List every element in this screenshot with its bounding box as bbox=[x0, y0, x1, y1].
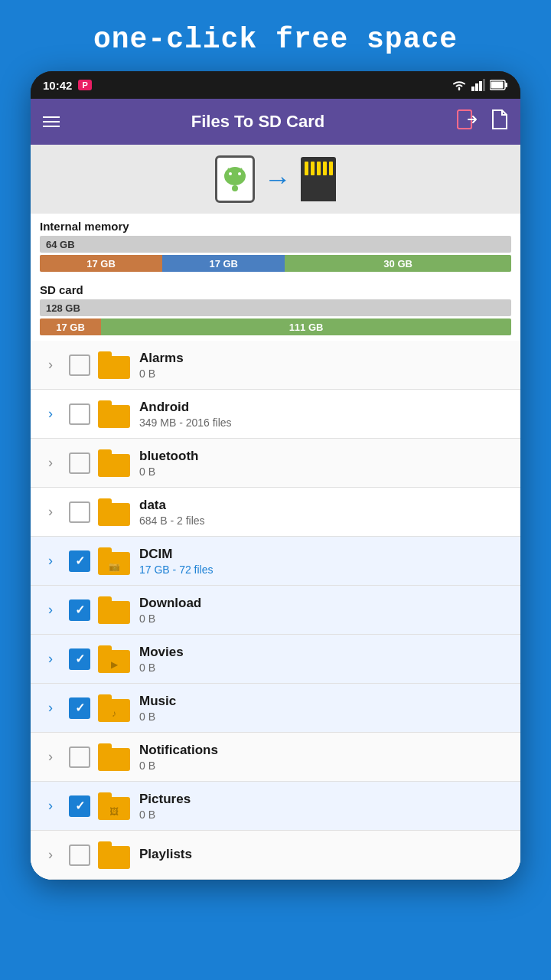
folder-icon bbox=[98, 596, 130, 624]
battery-icon bbox=[490, 80, 508, 90]
file-name: Alarms bbox=[139, 351, 511, 366]
chevron-icon[interactable]: › bbox=[40, 602, 61, 618]
file-name: Playlists bbox=[139, 847, 511, 862]
transfer-illustration: → bbox=[31, 145, 520, 214]
chevron-icon[interactable]: › bbox=[40, 553, 61, 569]
folder-icon: ▶ bbox=[98, 645, 130, 673]
file-name: bluetooth bbox=[139, 449, 511, 464]
list-item: › data 684 B - 2 files bbox=[31, 488, 520, 537]
file-size: 0 B bbox=[139, 662, 511, 674]
file-size: 0 B bbox=[139, 612, 511, 625]
list-item: › Download 0 B bbox=[31, 586, 520, 635]
internal-usage-bar: 17 GB 17 GB 30 GB bbox=[40, 255, 511, 272]
chevron-icon[interactable]: › bbox=[40, 749, 61, 765]
file-info: DCIM 17 GB - 72 files bbox=[139, 547, 511, 576]
svg-rect-3 bbox=[483, 79, 485, 91]
file-size: 0 B bbox=[139, 466, 511, 478]
main-content: → Internal memory 64 GB bbox=[31, 145, 520, 880]
folder-checkbox[interactable] bbox=[69, 599, 90, 621]
internal-total-text: 64 GB bbox=[46, 239, 75, 250]
chevron-icon[interactable]: › bbox=[40, 504, 61, 520]
file-info: Playlists bbox=[139, 847, 511, 864]
folder-icon: ♪ bbox=[98, 694, 130, 722]
file-info: bluetooth 0 B bbox=[139, 449, 511, 478]
folder-checkbox[interactable] bbox=[69, 403, 90, 425]
file-info: data 684 B - 2 files bbox=[139, 498, 511, 527]
file-size: 349 MB - 2016 files bbox=[139, 416, 511, 429]
top-banner: one-click free space bbox=[0, 0, 551, 71]
chevron-icon[interactable]: › bbox=[40, 651, 61, 667]
phone-mockup: 10:42 P bbox=[31, 71, 520, 880]
file-size: 17 GB - 72 files bbox=[139, 564, 511, 576]
file-info: Download 0 B bbox=[139, 596, 511, 625]
sdcard-used-orange: 17 GB bbox=[40, 318, 101, 335]
wifi-icon bbox=[452, 79, 467, 91]
app-bar-title: Files To SD Card bbox=[72, 112, 444, 132]
folder-icon bbox=[98, 449, 130, 477]
folder-checkbox[interactable] bbox=[69, 844, 90, 866]
chevron-icon[interactable]: › bbox=[40, 700, 61, 716]
internal-used-orange: 17 GB bbox=[40, 255, 162, 272]
file-size: 0 B bbox=[139, 808, 511, 821]
status-icons bbox=[452, 79, 508, 91]
svg-rect-1 bbox=[475, 83, 478, 91]
sd-card-icon bbox=[301, 157, 336, 201]
sdcard-total-bar: 128 GB bbox=[40, 299, 511, 316]
document-icon[interactable] bbox=[490, 109, 508, 135]
file-info: Music 0 B bbox=[139, 694, 511, 723]
status-time: 10:42 bbox=[43, 79, 72, 92]
internal-free: 30 GB bbox=[285, 255, 511, 272]
internal-memory-section: Internal memory 64 GB 17 GB 17 GB 30 GB bbox=[31, 214, 520, 277]
sdcard-total-text: 128 GB bbox=[46, 302, 80, 314]
list-item: › bluetooth 0 B bbox=[31, 439, 520, 488]
list-item: › Alarms 0 B bbox=[31, 341, 520, 390]
internal-memory-label: Internal memory bbox=[40, 220, 511, 233]
chevron-icon[interactable]: › bbox=[40, 847, 61, 863]
file-name: Download bbox=[139, 596, 511, 611]
signal-icon bbox=[471, 79, 485, 91]
status-bar: 10:42 P bbox=[31, 71, 520, 99]
list-item: › 📷 DCIM 17 GB - 72 files bbox=[31, 537, 520, 586]
svg-point-11 bbox=[238, 172, 241, 175]
chevron-icon[interactable]: › bbox=[40, 798, 61, 814]
file-info: Alarms 0 B bbox=[139, 351, 511, 380]
file-info: Android 349 MB - 2016 files bbox=[139, 400, 511, 429]
folder-icon bbox=[98, 498, 130, 526]
transfer-icon[interactable] bbox=[456, 109, 478, 135]
folder-checkbox[interactable] bbox=[69, 697, 90, 719]
folder-checkbox[interactable] bbox=[69, 501, 90, 523]
file-name: data bbox=[139, 498, 511, 513]
svg-rect-2 bbox=[479, 81, 482, 91]
file-list: › Alarms 0 B › Android 349 MB - 2016 fil… bbox=[31, 341, 520, 880]
list-item: › 🖼 Pictures 0 B bbox=[31, 782, 520, 831]
svg-point-9 bbox=[224, 167, 246, 185]
list-item: › Playlists bbox=[31, 831, 520, 880]
folder-checkbox[interactable] bbox=[69, 550, 90, 572]
folder-checkbox[interactable] bbox=[69, 746, 90, 768]
folder-icon: 📷 bbox=[98, 547, 130, 575]
folder-checkbox[interactable] bbox=[69, 648, 90, 670]
hamburger-menu[interactable] bbox=[43, 116, 60, 127]
folder-checkbox[interactable] bbox=[69, 452, 90, 474]
folder-checkbox[interactable] bbox=[69, 795, 90, 817]
list-item: › ♪ Music 0 B bbox=[31, 684, 520, 733]
folder-checkbox[interactable] bbox=[69, 354, 90, 376]
chevron-icon[interactable]: › bbox=[40, 406, 61, 422]
sdcard-label: SD card bbox=[40, 283, 511, 296]
svg-rect-5 bbox=[505, 83, 507, 87]
file-info: Movies 0 B bbox=[139, 645, 511, 674]
file-name: Android bbox=[139, 400, 511, 415]
internal-total-bar: 64 GB bbox=[40, 236, 511, 253]
folder-icon bbox=[98, 841, 130, 869]
file-info: Pictures 0 B bbox=[139, 792, 511, 821]
file-size: 684 B - 2 files bbox=[139, 514, 511, 527]
folder-icon bbox=[98, 351, 130, 379]
file-name: Movies bbox=[139, 645, 511, 660]
chevron-icon[interactable]: › bbox=[40, 357, 61, 373]
app-tagline: one-click free space bbox=[31, 23, 520, 56]
chevron-icon[interactable]: › bbox=[40, 455, 61, 471]
svg-rect-0 bbox=[471, 87, 474, 91]
android-phone-icon bbox=[215, 155, 255, 203]
list-item: › Android 349 MB - 2016 files bbox=[31, 390, 520, 439]
internal-used-blue: 17 GB bbox=[162, 255, 285, 272]
